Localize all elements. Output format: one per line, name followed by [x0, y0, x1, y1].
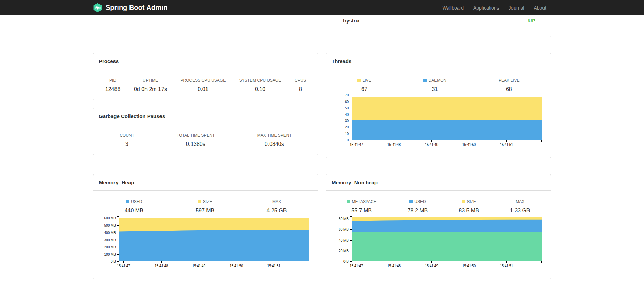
process-panel-title: Process [93, 53, 318, 69]
middle-left-col: Process PID12488UPTIME0d 0h 2m 17sPROCES… [93, 53, 318, 158]
nav-item-wallboard[interactable]: Wallboard [438, 5, 469, 11]
svg-text:15:41:48: 15:41:48 [387, 143, 401, 147]
svg-text:15:41:51: 15:41:51 [267, 264, 280, 268]
stat: MAX4.25 GB [264, 199, 290, 214]
nav-item-journal[interactable]: Journal [504, 5, 529, 11]
stat: SYSTEM CPU USAGE0.10 [236, 78, 284, 92]
memory-nonheap-panel-title: Memory: Non heap [326, 174, 551, 191]
gc-stats: COUNT3TOTAL TIME SPENT0.1380sMAX TIME SP… [98, 133, 313, 147]
brand-link[interactable]: Spring Boot Admin [93, 3, 167, 12]
memory-nonheap-panel-body: METASPACE55.7 MBUSED78.2 MBSIZE83.5 MBMA… [326, 191, 551, 279]
stat: METASPACE55.7 MB [344, 199, 379, 214]
application-row[interactable]: hystrix UP [326, 15, 551, 26]
legend-swatch-icon [409, 200, 413, 203]
stat: USED78.2 MB [405, 199, 431, 214]
threads-legend: LIVE67DAEMON31PEAK LIVE68 [331, 78, 546, 92]
stat-label: DAEMON [423, 78, 446, 83]
stat-label: PEAK LIVE [499, 78, 519, 83]
bottom-right-col: Memory: Non heap METASPACE55.7 MBUSED78.… [326, 174, 551, 279]
panel-spacer [326, 26, 551, 37]
svg-text:50: 50 [345, 106, 349, 110]
svg-text:15:41:50: 15:41:50 [462, 143, 476, 147]
memory-nonheap-legend: METASPACE55.7 MBUSED78.2 MBSIZE83.5 MBMA… [331, 199, 546, 214]
stat: PID12488 [103, 78, 123, 92]
stat-label: MAX TIME SPENT [257, 133, 292, 138]
svg-text:15:41:49: 15:41:49 [425, 143, 438, 147]
svg-text:15:41:49: 15:41:49 [425, 264, 438, 268]
process-stats: PID12488UPTIME0d 0h 2m 17sPROCESS CPU US… [98, 78, 313, 92]
svg-text:60 MB: 60 MB [339, 228, 349, 231]
stat-value: 12488 [105, 86, 121, 92]
bottom-left-col: Memory: Heap USED440 MBSIZE597 MBMAX4.25… [93, 174, 318, 279]
stat-label: UPTIME [134, 78, 167, 83]
stat-value: 31 [423, 86, 446, 92]
stat-value: 1.33 GB [510, 208, 530, 214]
svg-text:15:41:47: 15:41:47 [117, 264, 130, 268]
stat-label: USED [408, 199, 428, 204]
legend-swatch-icon [462, 200, 465, 203]
application-name-link[interactable]: hystrix [343, 18, 360, 24]
process-panel: Process PID12488UPTIME0d 0h 2m 17sPROCES… [93, 53, 318, 100]
stat: USED440 MB [122, 199, 146, 214]
brand-title: Spring Boot Admin [106, 4, 167, 12]
stat: MAX TIME SPENT0.0840s [255, 133, 294, 147]
legend-swatch-icon [423, 79, 427, 82]
stat-label: METASPACE [347, 199, 376, 204]
svg-text:15:41:47: 15:41:47 [350, 264, 363, 268]
svg-text:30: 30 [345, 119, 349, 123]
stat-label: USED [125, 199, 143, 204]
stat: TOTAL TIME SPENT0.1380s [174, 133, 217, 147]
svg-text:70: 70 [345, 93, 349, 97]
legend-swatch-icon [347, 200, 350, 203]
nav-item-about[interactable]: About [529, 5, 551, 11]
svg-text:15:41:47: 15:41:47 [350, 143, 363, 147]
stat-value: 0.0840s [257, 141, 292, 147]
threads-chart-svg: 01020304050607015:41:4715:41:4815:41:491… [331, 92, 545, 150]
svg-text:15:41:50: 15:41:50 [462, 264, 476, 268]
svg-text:400 MB: 400 MB [104, 231, 116, 235]
threads-panel-body: LIVE67DAEMON31PEAK LIVE68 01020304050607… [326, 69, 551, 158]
svg-text:20 MB: 20 MB [339, 249, 349, 253]
svg-text:15:41:50: 15:41:50 [230, 264, 243, 268]
stat: COUNT3 [117, 133, 137, 147]
nav-item-applications[interactable]: Applications [469, 5, 504, 11]
stat-label: PROCESS CPU USAGE [181, 78, 226, 83]
nonheap-chart-svg: 0 B20 MB40 MB60 MB80 MB15:41:4715:41:481… [331, 214, 545, 272]
memory-nonheap-panel: Memory: Non heap METASPACE55.7 MBUSED78.… [326, 174, 551, 279]
stat-value: 83.5 MB [459, 208, 479, 214]
stat-value: 68 [499, 86, 519, 92]
application-status-badge: UP [528, 18, 535, 24]
main-content: hystrix UP Process PID12488UPTIME0d 0h 2… [93, 15, 551, 279]
svg-text:200 MB: 200 MB [104, 245, 116, 249]
stat: DAEMON31 [420, 78, 449, 92]
stat: UPTIME0d 0h 2m 17s [131, 78, 170, 92]
memory-nonheap-chart: 0 B20 MB40 MB60 MB80 MB15:41:4715:41:481… [331, 214, 546, 272]
navbar: Spring Boot Admin Wallboard Applications… [0, 0, 644, 15]
stat: SIZE597 MB [193, 199, 217, 214]
stat: LIVE67 [354, 78, 374, 92]
stat: MAX1.33 GB [507, 199, 533, 214]
threads-panel: Threads LIVE67DAEMON31PEAK LIVE68 010203… [326, 53, 551, 158]
process-panel-body: PID12488UPTIME0d 0h 2m 17sPROCESS CPU US… [93, 69, 318, 100]
stat: CPUS8 [292, 78, 309, 92]
stat-label: CPUS [295, 78, 306, 83]
svg-text:500 MB: 500 MB [104, 224, 116, 227]
gc-panel-title: Garbage Collection Pauses [93, 108, 318, 124]
top-right-col: hystrix UP [326, 15, 551, 37]
svg-text:300 MB: 300 MB [104, 238, 116, 242]
top-row: hystrix UP [93, 15, 551, 37]
svg-text:80 MB: 80 MB [339, 217, 349, 221]
stat-label: MAX [510, 199, 530, 204]
stat-label: PID [105, 78, 121, 83]
memory-heap-panel-title: Memory: Heap [93, 174, 318, 191]
svg-text:60: 60 [345, 100, 349, 104]
stat-value: 0d 0h 2m 17s [134, 86, 167, 92]
threads-chart: 01020304050607015:41:4715:41:4815:41:491… [331, 92, 546, 150]
stat: PROCESS CPU USAGE0.01 [178, 78, 229, 92]
stat-label: LIVE [357, 78, 371, 83]
stat-label: TOTAL TIME SPENT [177, 133, 215, 138]
memory-heap-panel: Memory: Heap USED440 MBSIZE597 MBMAX4.25… [93, 174, 318, 279]
stat-value: 597 MB [196, 208, 214, 214]
memory-heap-panel-body: USED440 MBSIZE597 MBMAX4.25 GB 0 B100 MB… [93, 191, 318, 279]
threads-panel-title: Threads [326, 53, 551, 69]
